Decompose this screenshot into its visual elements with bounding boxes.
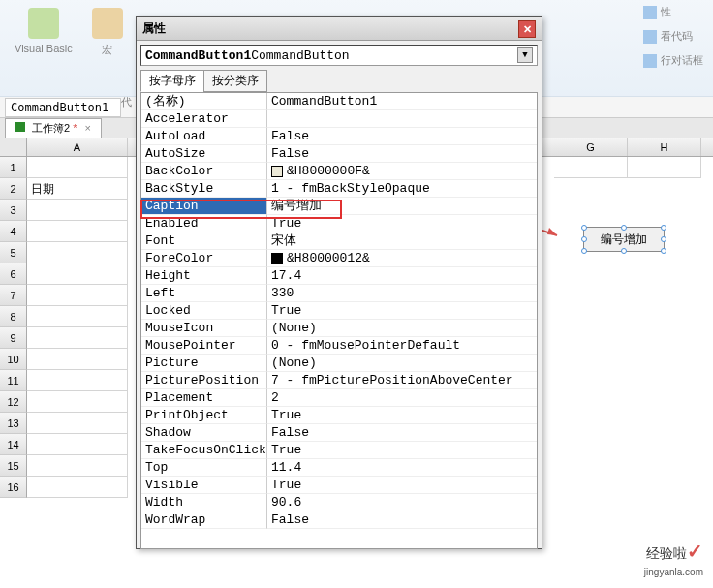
property-value[interactable]: True bbox=[267, 302, 537, 320]
property-row[interactable]: Height17.4 bbox=[141, 267, 537, 285]
cell[interactable] bbox=[628, 263, 701, 285]
property-value[interactable]: (None) bbox=[267, 355, 537, 372]
ribbon-item[interactable]: 看代码 bbox=[643, 29, 703, 44]
row-header[interactable]: 2 bbox=[0, 178, 27, 200]
cell[interactable] bbox=[628, 455, 701, 477]
row-header[interactable]: 12 bbox=[0, 391, 27, 413]
row-header[interactable]: 14 bbox=[0, 434, 27, 455]
cell[interactable] bbox=[27, 263, 128, 285]
property-value[interactable]: False bbox=[267, 128, 537, 145]
property-value[interactable]: 宋体 bbox=[267, 232, 537, 250]
cell[interactable]: 日期 bbox=[27, 178, 128, 200]
property-row[interactable]: (名称)CommandButton1 bbox=[141, 93, 537, 110]
cell[interactable] bbox=[628, 434, 701, 455]
property-value[interactable]: False bbox=[267, 145, 537, 163]
properties-grid[interactable]: (名称)CommandButton1AcceleratorAutoLoadFal… bbox=[140, 92, 538, 549]
cell[interactable] bbox=[27, 242, 128, 263]
cell[interactable] bbox=[554, 157, 628, 178]
property-row[interactable]: LockedTrue bbox=[141, 302, 537, 320]
cell[interactable] bbox=[554, 263, 628, 285]
tab-categorized[interactable]: 按分类序 bbox=[203, 70, 267, 92]
ribbon-item[interactable]: 性 bbox=[643, 5, 703, 19]
property-row[interactable]: Placement2 bbox=[141, 389, 537, 407]
row-header[interactable]: 6 bbox=[0, 263, 27, 285]
property-value[interactable]: 编号增加 bbox=[267, 198, 537, 215]
sheet-tab[interactable]: 工作簿2 * × bbox=[5, 118, 102, 138]
resize-handle[interactable] bbox=[581, 248, 587, 254]
row-header[interactable]: 16 bbox=[0, 477, 27, 498]
row-header[interactable]: 1 bbox=[0, 157, 27, 178]
property-value[interactable] bbox=[267, 110, 537, 128]
property-value[interactable]: 90.6 bbox=[267, 494, 537, 511]
cell[interactable] bbox=[27, 327, 128, 349]
property-row[interactable]: ShadowFalse bbox=[141, 424, 537, 442]
cell[interactable] bbox=[554, 327, 628, 349]
property-row[interactable]: AutoSizeFalse bbox=[141, 145, 537, 163]
property-value[interactable]: CommandButton1 bbox=[267, 93, 537, 110]
property-value[interactable]: 17.4 bbox=[267, 267, 537, 285]
property-value[interactable]: False bbox=[267, 424, 537, 442]
row-header[interactable]: 10 bbox=[0, 349, 27, 370]
resize-handle[interactable] bbox=[621, 248, 627, 254]
cell[interactable] bbox=[628, 200, 701, 221]
cell[interactable] bbox=[628, 349, 701, 370]
cell[interactable] bbox=[27, 370, 128, 391]
cell[interactable] bbox=[27, 391, 128, 413]
col-header-G[interactable]: G bbox=[554, 138, 628, 156]
property-row[interactable]: Top11.4 bbox=[141, 459, 537, 477]
resize-handle[interactable] bbox=[661, 236, 666, 242]
cell[interactable] bbox=[628, 157, 701, 178]
resize-handle[interactable] bbox=[581, 236, 587, 242]
close-button[interactable]: ✕ bbox=[518, 20, 536, 38]
cell[interactable] bbox=[554, 391, 628, 413]
cell[interactable] bbox=[27, 413, 128, 434]
row-header[interactable]: 5 bbox=[0, 242, 27, 263]
cell[interactable] bbox=[554, 455, 628, 477]
property-row[interactable]: MouseIcon(None) bbox=[141, 320, 537, 337]
property-row[interactable]: Picture(None) bbox=[141, 355, 537, 372]
property-value[interactable]: 0 - fmMousePointerDefault bbox=[267, 337, 537, 355]
cell[interactable] bbox=[628, 477, 701, 498]
property-value[interactable]: (None) bbox=[267, 320, 537, 337]
cell[interactable] bbox=[554, 434, 628, 455]
cell[interactable] bbox=[628, 178, 701, 200]
cell[interactable] bbox=[554, 413, 628, 434]
cell[interactable] bbox=[27, 157, 128, 178]
property-row[interactable]: AutoLoadFalse bbox=[141, 128, 537, 145]
properties-titlebar[interactable]: 属性 ✕ bbox=[137, 17, 542, 41]
property-value[interactable]: 330 bbox=[267, 285, 537, 302]
resize-handle[interactable] bbox=[661, 248, 666, 254]
row-header[interactable]: 13 bbox=[0, 413, 27, 434]
property-row[interactable]: ForeColor&H80000012& bbox=[141, 250, 537, 267]
cell[interactable] bbox=[27, 455, 128, 477]
cell[interactable] bbox=[628, 370, 701, 391]
select-all-corner[interactable] bbox=[0, 138, 27, 156]
property-row[interactable]: BackColor&H8000000F& bbox=[141, 163, 537, 180]
cell[interactable] bbox=[628, 391, 701, 413]
close-icon[interactable]: × bbox=[85, 122, 91, 134]
cell[interactable] bbox=[554, 178, 628, 200]
cell[interactable] bbox=[628, 285, 701, 306]
cell[interactable] bbox=[628, 327, 701, 349]
dropdown-icon[interactable]: ▼ bbox=[517, 47, 533, 63]
row-header[interactable]: 4 bbox=[0, 221, 27, 242]
name-box[interactable]: CommandButton1 bbox=[5, 98, 121, 117]
tab-alphabetic[interactable]: 按字母序 bbox=[140, 70, 204, 92]
row-header[interactable]: 9 bbox=[0, 327, 27, 349]
property-value[interactable]: True bbox=[267, 215, 537, 232]
cell[interactable] bbox=[27, 200, 128, 221]
property-row[interactable]: Left330 bbox=[141, 285, 537, 302]
col-header-H[interactable]: H bbox=[628, 138, 701, 156]
property-row[interactable]: EnabledTrue bbox=[141, 215, 537, 232]
object-selector[interactable]: CommandButton1 CommandButton ▼ bbox=[140, 45, 538, 66]
property-value[interactable]: &H80000012& bbox=[267, 250, 537, 267]
property-value[interactable]: True bbox=[267, 442, 537, 459]
row-header[interactable]: 3 bbox=[0, 200, 27, 221]
cell[interactable] bbox=[554, 285, 628, 306]
cell[interactable] bbox=[554, 477, 628, 498]
cell[interactable] bbox=[27, 434, 128, 455]
row-header[interactable]: 7 bbox=[0, 285, 27, 306]
command-button-1[interactable]: 编号增加 bbox=[583, 227, 665, 252]
cell[interactable] bbox=[554, 370, 628, 391]
visual-basic-button[interactable]: Visual Basic bbox=[15, 8, 73, 57]
